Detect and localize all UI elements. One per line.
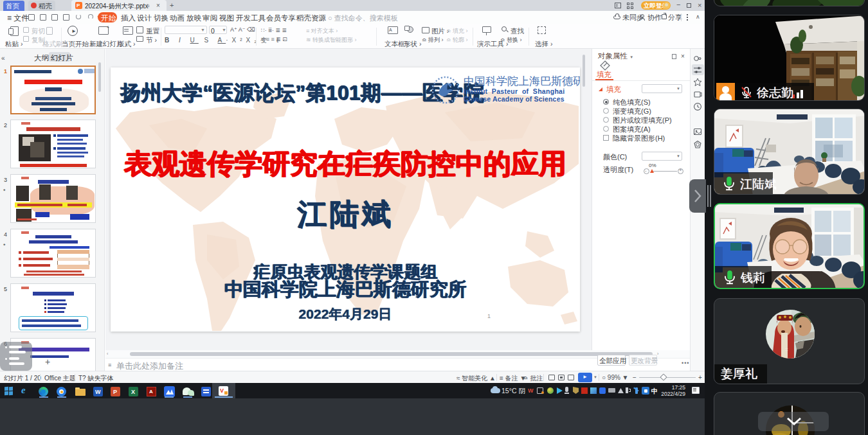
svg-text:⁚⁚⁚: ⁚⁚⁚ (785, 348, 788, 351)
